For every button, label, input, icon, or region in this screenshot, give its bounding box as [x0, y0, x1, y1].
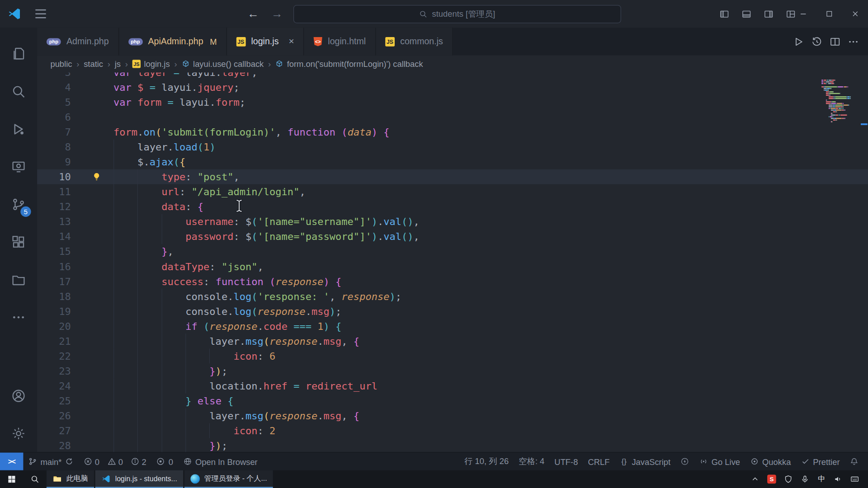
line-number[interactable]: 23	[37, 363, 71, 378]
code-line[interactable]: 26 layer.msg(response.msg, {	[37, 408, 868, 423]
taskbar-app-file-explorer[interactable]: 此电脑	[47, 470, 94, 488]
defender-icon[interactable]	[784, 475, 793, 484]
run-file-icon[interactable]	[793, 36, 804, 47]
activity-more-views[interactable]	[0, 298, 37, 336]
code-line[interactable]: 14 password: $('[name="password"]').val(…	[37, 229, 868, 244]
line-number[interactable]: 25	[37, 394, 71, 408]
code-line[interactable]: 7form.on('submit(formLogin)', function (…	[37, 125, 868, 140]
activity-remote-explorer[interactable]	[0, 148, 37, 185]
timeline-icon[interactable]	[811, 36, 823, 47]
code-line[interactable]: 20 if (response.code === 1) {	[37, 319, 868, 333]
line-number[interactable]: 14	[37, 229, 71, 244]
taskbar-app-browser[interactable]: 管理员登录 - 个人...	[184, 470, 273, 488]
line-number[interactable]: 7	[37, 125, 71, 140]
tab-common.js[interactable]: JScommon.js	[376, 28, 453, 55]
close-icon[interactable]: ×	[288, 36, 294, 47]
code-line[interactable]: 21 layer.msg(response.msg, {	[37, 333, 868, 348]
status-problems[interactable]: 002	[79, 453, 151, 470]
activity-search[interactable]	[0, 72, 37, 110]
status-indentation[interactable]: 空格: 4	[514, 453, 549, 470]
line-number[interactable]: 18	[37, 289, 71, 304]
line-number[interactable]: 24	[37, 379, 71, 394]
status-extension-status[interactable]	[675, 453, 694, 470]
code-line[interactable]: 18 console.log('response: ', response);	[37, 289, 868, 304]
status-cursor-position[interactable]: 行 10, 列 26	[459, 453, 514, 470]
line-number[interactable]: 5	[37, 94, 71, 109]
code-line[interactable]: 15 },	[37, 244, 868, 259]
activity-project-manager[interactable]	[0, 261, 37, 298]
breadcrumb-item[interactable]: static	[84, 59, 103, 69]
more-actions-icon[interactable]	[848, 36, 859, 47]
status-language-mode[interactable]: {}JavaScript	[614, 453, 675, 470]
command-center[interactable]: students [管理员]	[293, 5, 621, 23]
split-editor-icon[interactable]	[829, 36, 841, 47]
status-quokka[interactable]: Quokka	[745, 453, 796, 470]
code-line[interactable]: 13 username: $('[name="username"]').val(…	[37, 214, 868, 229]
taskbar-search-button[interactable]	[23, 470, 46, 488]
status-git-branch[interactable]: main*	[23, 453, 79, 470]
line-number[interactable]: 4	[37, 80, 71, 94]
code-line[interactable]: 11 url: "/api_admin/login",	[37, 184, 868, 199]
toggle-secondary-sidebar-icon[interactable]	[764, 9, 774, 19]
overview-ruler[interactable]	[860, 72, 868, 452]
line-number[interactable]: 3	[37, 72, 71, 80]
line-number[interactable]: 8	[37, 140, 71, 155]
line-number[interactable]: 10	[37, 169, 71, 184]
code-line[interactable]: 24 location.href = redirect_url	[37, 379, 868, 394]
code-line[interactable]: 25 } else {	[37, 394, 868, 408]
breadcrumb-item[interactable]: layui.use() callback	[181, 59, 264, 69]
code-line[interactable]: 23 });	[37, 363, 868, 378]
breadcrumb-item[interactable]: form.on('submit(formLogin)') callback	[275, 59, 423, 69]
code-line[interactable]: 8 layer.load(1)	[37, 140, 868, 155]
tab-apiadmin.php[interactable]: phpApiAdmin.phpM	[119, 28, 227, 55]
toggle-panel-icon[interactable]	[741, 9, 752, 19]
line-number[interactable]: 20	[37, 319, 71, 333]
activity-accounts[interactable]	[0, 377, 37, 414]
sogou-input-icon[interactable]: S	[767, 475, 776, 484]
code-line[interactable]: 5var form = layui.form;	[37, 94, 868, 109]
activity-settings[interactable]	[0, 414, 37, 452]
status-notifications[interactable]	[845, 453, 864, 470]
code-line[interactable]: 28 });	[37, 438, 868, 452]
volume-icon[interactable]	[834, 475, 843, 484]
code-editor[interactable]: 3var layer = layui.layer;4var $ = layui.…	[37, 72, 868, 452]
code-line[interactable]: 4var $ = layui.jquery;	[37, 80, 868, 94]
line-number[interactable]: 19	[37, 304, 71, 319]
taskbar-app-vscode[interactable]: login.js - students...	[95, 470, 184, 488]
status-open-in-browser[interactable]: Open In Browser	[178, 453, 263, 470]
status-remote-indicator[interactable]: ><	[0, 453, 23, 470]
status-eol[interactable]: CRLF	[583, 453, 614, 470]
line-number[interactable]: 9	[37, 155, 71, 169]
line-number[interactable]: 21	[37, 333, 71, 348]
line-number[interactable]: 27	[37, 423, 71, 438]
code-line[interactable]: 17 success: function (response) {	[37, 274, 868, 289]
status-encoding[interactable]: UTF-8	[549, 453, 583, 470]
code-line[interactable]: 12 data: {	[37, 199, 868, 214]
code-line[interactable]: 10 type: "post",	[37, 169, 868, 184]
toggle-sidebar-icon[interactable]	[719, 9, 730, 19]
activity-run-debug[interactable]	[0, 110, 37, 148]
line-number[interactable]: 17	[37, 274, 71, 289]
status-go-live[interactable]: Go Live	[694, 453, 745, 470]
minimap[interactable]	[821, 74, 857, 117]
code-line[interactable]: 19 console.log(response.msg);	[37, 304, 868, 319]
maximize-button[interactable]	[816, 0, 842, 28]
code-line[interactable]: 6	[37, 109, 868, 124]
code-line[interactable]: 3var layer = layui.layer;	[37, 72, 868, 80]
menu-icon[interactable]	[35, 9, 46, 19]
activity-source-control[interactable]: 5	[0, 185, 37, 223]
breadcrumb-item[interactable]: public	[50, 59, 72, 69]
line-number[interactable]: 16	[37, 259, 71, 274]
code-line[interactable]: 9 $.ajax({	[37, 155, 868, 169]
tab-admin.php[interactable]: phpAdmin.php	[37, 28, 119, 55]
close-button[interactable]	[842, 0, 868, 28]
status-prettier[interactable]: Prettier	[796, 453, 844, 470]
line-number[interactable]: 6	[37, 109, 71, 124]
touch-keyboard-icon[interactable]	[850, 475, 859, 484]
tray-expand-icon[interactable]	[750, 475, 760, 484]
breadcrumb-item[interactable]: js	[115, 59, 121, 69]
activity-explorer[interactable]	[0, 35, 37, 72]
breadcrumb-item[interactable]: JSlogin.js	[132, 59, 170, 69]
ime-language-icon[interactable]: 中	[817, 475, 826, 484]
line-number[interactable]: 15	[37, 244, 71, 259]
